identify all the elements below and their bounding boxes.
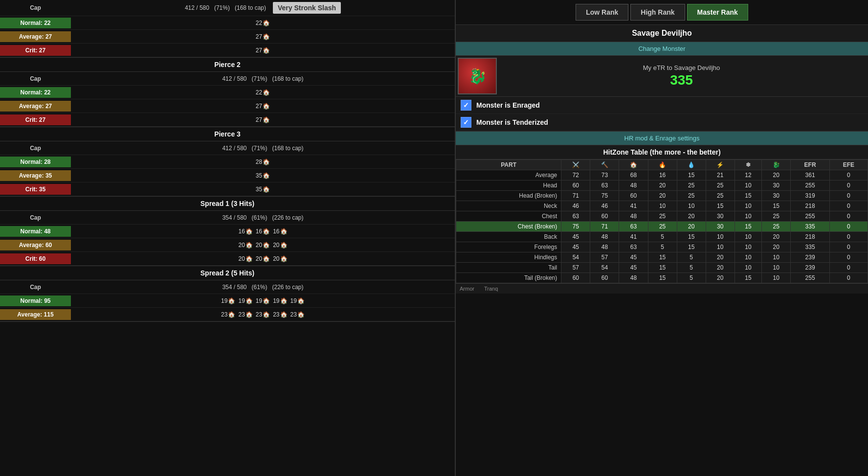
average-row-s2: Average: 115 23🏠 23🏠 23🏠 23🏠 23🏠 (0, 308, 455, 321)
low-rank-button[interactable]: Low Rank (576, 4, 628, 21)
val-23-s2-1: 23🏠 (221, 311, 235, 318)
left-panel: Cap 412 / 580 (71%) (168 to cap) Very St… (0, 0, 455, 476)
hitzone-cell: 10 (706, 232, 734, 242)
average-label-s2: Average: 115 (0, 309, 71, 320)
hitzone-cell: 361 (791, 170, 830, 181)
etr-value: 335 (670, 72, 693, 88)
cap-row-p3: Cap 412 / 580 (71%) (168 to cap) (0, 141, 455, 155)
enraged-checkbox[interactable] (461, 100, 471, 111)
hitzone-cell: 60 (590, 211, 619, 222)
col-blunt: 🔨 (590, 160, 619, 170)
cap-label-s2: Cap (0, 282, 71, 293)
hitzone-cell: 72 (561, 170, 590, 181)
crit-label-0: Crit: 27 (0, 45, 71, 56)
house-icon-s2-2: 🏠 (245, 297, 253, 304)
house-icon-s1-7: 🏠 (245, 255, 253, 262)
cap-row-s1: Cap 354 / 580 (61%) (226 to cap) (0, 211, 455, 225)
hitzone-cell: 57 (561, 263, 590, 273)
average-row-p3: Average: 35 35🏠 (0, 169, 455, 182)
normal-row-s1: Normal: 48 16🏠 16🏠 16🏠 (0, 225, 455, 238)
val-20-s1-2: 20🏠 (256, 242, 270, 249)
tenderized-checkbox[interactable] (461, 117, 471, 128)
average-values-s2: 23🏠 23🏠 23🏠 23🏠 23🏠 (71, 309, 455, 320)
col-part: PART (456, 160, 561, 170)
crit-values-p2: 27🏠 (71, 114, 455, 125)
hitzone-cell: 25 (648, 211, 677, 222)
average-values-p2: 27🏠 (71, 101, 455, 112)
hitzone-cell: 0 (829, 191, 868, 201)
hitzone-cell: 63 (619, 242, 648, 252)
master-rank-button[interactable]: Master Rank (687, 4, 748, 21)
hitzone-part-name: Tail (456, 263, 561, 273)
crit-val-27-p2: 27🏠 (256, 116, 270, 123)
hitzone-cell: 21 (706, 170, 734, 181)
section-pierce3: Pierce 3 Cap 412 / 580 (71%) (168 to cap… (0, 127, 455, 197)
hitzone-cell: 15 (734, 222, 761, 232)
hitzone-cell: 10 (734, 263, 761, 273)
hitzone-cell: 60 (590, 273, 619, 283)
hitzone-cell: 15 (677, 232, 706, 242)
pierce2-header: Pierce 2 (0, 58, 455, 72)
hitzone-cell: 48 (590, 232, 619, 242)
hitzone-cell: 0 (829, 242, 868, 252)
armor-label: Armor (460, 286, 474, 292)
hitzone-part-name: Head (Broken) (456, 191, 561, 201)
crit-val-27-0: 27🏠 (256, 47, 270, 54)
hitzone-cell: 57 (590, 252, 619, 263)
enraged-row: Monster is Enraged (456, 97, 868, 114)
house-icon-s1-2: 🏠 (263, 228, 270, 235)
house-icon-p3-2: 🏠 (263, 172, 270, 179)
hitzone-cell: 48 (590, 242, 619, 252)
hitzone-cell: 12 (734, 170, 761, 181)
tenderized-row: Monster is Tenderized (456, 114, 868, 131)
crit-val-35-p3: 35🏠 (256, 186, 270, 193)
hitzone-cell: 71 (590, 222, 619, 232)
col-fire: 🔥 (648, 160, 677, 170)
val-16-s1-3: 16🏠 (273, 228, 287, 235)
hitzone-cell: 20 (706, 273, 734, 283)
settings-button[interactable]: HR mod & Enrage settings (456, 131, 868, 145)
hitzone-cell: 30 (706, 222, 734, 232)
hitzone-cell: 335 (791, 222, 830, 232)
val-27-0: 27🏠 (256, 33, 270, 40)
hitzone-row: Neck46464110101510152180 (456, 201, 868, 211)
crit-row-s1: Crit: 60 20🏠 20🏠 20🏠 (0, 252, 455, 266)
hitzone-cell: 48 (619, 181, 648, 191)
house-icon-s2-7: 🏠 (245, 311, 253, 318)
average-label-0: Average: 27 (0, 31, 71, 42)
hitzone-cell: 239 (791, 263, 830, 273)
change-monster-button[interactable]: Change Monster (456, 42, 868, 56)
val-19-s2-3: 19🏠 (256, 297, 270, 304)
crit-values-s1: 20🏠 20🏠 20🏠 (71, 253, 455, 264)
hitzone-cell: 25 (677, 181, 706, 191)
normal-label-s2: Normal: 95 (0, 295, 71, 306)
hitzone-cell: 48 (619, 273, 648, 283)
hitzone-cell: 60 (561, 181, 590, 191)
hitzone-cell: 0 (829, 181, 868, 191)
hitzone-cell: 15 (677, 170, 706, 181)
cap-text-p3: 412 / 580 (71%) (168 to cap) (222, 145, 303, 152)
hitzone-cell: 15 (648, 252, 677, 263)
house-icon-s2-1: 🏠 (228, 297, 235, 304)
hitzone-cell: 0 (829, 263, 868, 273)
house-icon-s2-4: 🏠 (280, 297, 288, 304)
crit-label-s1: Crit: 60 (0, 253, 71, 264)
house-icon-s1-5: 🏠 (263, 242, 270, 249)
hitzone-cell: 255 (791, 211, 830, 222)
spread1-header: Spread 1 (3 Hits) (0, 197, 455, 211)
hitzone-row: Chest63604825203010252550 (456, 211, 868, 222)
crit-values-0: 27🏠 (71, 45, 455, 56)
hitzone-cell: 25 (677, 191, 706, 201)
hitzone-cell: 41 (619, 232, 648, 242)
high-rank-button[interactable]: High Rank (630, 4, 685, 21)
hitzone-row: Tail5754451552010102390 (456, 263, 868, 273)
hitzone-part-name: Neck (456, 201, 561, 211)
hitzone-row: Average72736816152112203610 (456, 170, 868, 181)
hitzone-cell: 20 (648, 191, 677, 201)
house-icon-2: 🏠 (263, 33, 270, 40)
house-icon-s1-6: 🏠 (280, 242, 288, 249)
cap-text-p2: 412 / 580 (71%) (168 to cap) (222, 75, 303, 82)
hitzone-header-row: PART ⚔️ 🔨 🏠 🔥 💧 ⚡ ❄ 🐉 EFR EFE (456, 160, 868, 170)
hitzone-cell: 15 (677, 242, 706, 252)
monster-placeholder: 🐉 (459, 59, 496, 93)
